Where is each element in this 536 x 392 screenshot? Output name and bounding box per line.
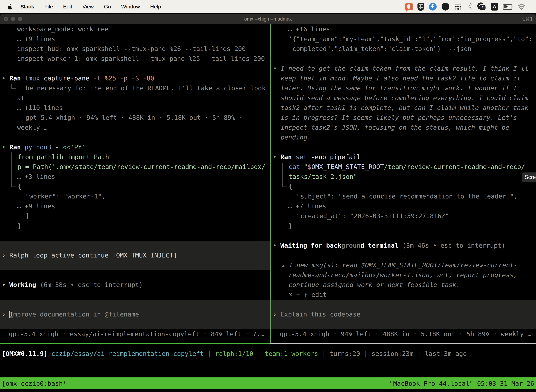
terminal-line: is in progress? It seems likely but perh… <box>271 113 536 123</box>
terminal-text-segment: … +3 lines <box>17 173 55 180</box>
terminal-line <box>0 260 270 270</box>
titlebar[interactable]: omx --xhigh --madmax ⌥⌘1 <box>0 14 536 24</box>
terminal-line: ↳ 1 new msg(s): read $OMX_TEAM_STATE_ROO… <box>271 260 536 270</box>
menubar-item-go[interactable]: Go <box>99 4 116 10</box>
terminal-text-segment: -80 <box>143 75 154 82</box>
terminal-text-segment: team:1 workers <box>265 350 318 357</box>
left-terminal-pane[interactable]: workspace_mode: worktree… +9 linesinspec… <box>0 24 270 343</box>
chat-app-icon[interactable] <box>405 2 413 11</box>
terminal-line <box>271 319 536 329</box>
zoom-button[interactable] <box>18 17 22 21</box>
terminal-text-segment: } <box>289 222 292 229</box>
terminal-text-segment: … +9 lines <box>17 35 55 42</box>
shield-grid-icon[interactable] <box>417 2 424 11</box>
terminal-text-segment: Waiting for back <box>280 242 341 249</box>
terminal-line <box>271 300 536 309</box>
terminal-line: workspace_mode: worktree <box>0 24 270 34</box>
terminal-line: [OMX#0.11.9] cczip/essay/ai-reimplementa… <box>0 349 536 359</box>
terminal-text-segment: • <box>273 242 280 249</box>
terminal-line: cat "$OMX_TEAM_STATE_ROOT/team/review-cu… <box>271 162 536 172</box>
gauge-badge-value: ..61 <box>479 4 486 11</box>
wifi-icon[interactable] <box>517 2 526 11</box>
terminal-text-segment: OMX_TEAM_STATE_ROOT <box>311 163 384 170</box>
terminal-line: • I need to get the claim token from the… <box>271 64 536 73</box>
terminal-text-segment: "subject": "send a concise recommendatio… <box>297 193 517 200</box>
terminal-text-segment <box>48 350 51 357</box>
terminal-line: "worker": "worker-1", <box>0 191 270 201</box>
terminal-text-segment: at <box>17 94 25 102</box>
gauge-badge-icon[interactable]: ..61 <box>477 2 486 11</box>
terminal-text-segment: " <box>304 163 308 170</box>
terminal-line: inspect task2's JSON, focusing on the st… <box>271 123 536 132</box>
terminal-text-segment: [OMX#0.11.9] <box>2 350 48 357</box>
terminal-window: omx --xhigh --madmax ⌥⌘1 workspace_mode:… <box>0 14 536 392</box>
menubar-item-view[interactable]: View <box>77 4 99 10</box>
menubar-item-window[interactable]: Window <box>116 4 145 10</box>
screen-notification[interactable]: Scre <box>522 173 536 182</box>
input-source-icon[interactable]: A <box>491 2 498 11</box>
terminal-text-segment: … +9 lines <box>17 202 55 210</box>
menubar-item-help[interactable]: Help <box>145 4 166 10</box>
terminal-line: … +7 lines <box>271 201 536 211</box>
terminal-text-segment: • <box>2 75 9 82</box>
lightning-circle-icon[interactable] <box>429 2 437 11</box>
terminal-text-segment: should send a message before completing … <box>281 94 528 102</box>
menubar-item-edit[interactable]: Edit <box>58 4 77 10</box>
terminal-line <box>271 250 536 260</box>
terminal-text-segment: '{"team_name":"my-team","task_id":"1","f… <box>289 35 532 42</box>
terminal-text-segment: 'PY' <box>70 144 86 151</box>
terminal-text-segment: groun <box>341 242 360 249</box>
terminal-text-segment: I <box>9 311 13 318</box>
terminal-text-segment: -t <box>93 75 105 82</box>
terminal-text-segment: $ <box>308 163 311 170</box>
terminal-line: "created_at": "2026-03-31T11:59:27.816Z" <box>271 211 536 221</box>
terminal-line: tasks/task-2.json" <box>271 172 536 182</box>
terminal-text-segment: (3m 46s • esc to interrupt) <box>398 242 505 249</box>
terminal-line: • Working (6m 38s • esc to interrupt) <box>0 280 270 290</box>
terminal-line: pending. <box>271 132 536 142</box>
omx-hud-pane[interactable]: [OMX#0.11.9] cczip/essay/ai-reimplementa… <box>0 344 536 378</box>
apple-menu-icon[interactable] <box>6 4 14 10</box>
terminal-line: be necessary for the end of the README. … <box>0 83 270 93</box>
terminal-line: gpt-5.4 xhigh · 94% left · 488K in · 5.1… <box>0 113 270 123</box>
dots-grid-icon[interactable] <box>454 2 462 11</box>
terminal-line: • Waiting for background terminal (3m 46… <box>271 241 536 250</box>
moon-circle-icon[interactable] <box>441 2 450 11</box>
battery-icon[interactable] <box>503 4 513 9</box>
terminal-text-segment: | <box>254 350 265 357</box>
terminal-text-segment: • <box>2 144 9 151</box>
terminal-text-segment: • <box>273 65 281 72</box>
tmux-host-clock: "MacBook-Pro-44.local" 05:03 31-Mar-26 <box>389 380 534 387</box>
menubar-item-slack[interactable]: Slack <box>14 4 39 10</box>
terminal-text-segment: … +7 lines <box>288 202 326 210</box>
squiggle-icon[interactable] <box>467 2 473 11</box>
terminal-text-segment: continue assigned work or next feasible … <box>289 281 460 288</box>
terminal-text-segment: from pathlib import Path <box>18 153 109 160</box>
terminal-line <box>0 64 270 73</box>
terminal-text-segment: -euo pipefail <box>311 153 360 160</box>
terminal-line: should send a message before completing … <box>271 93 536 103</box>
terminal-line: • Ran tmux capture-pane -t %25 -p -S -80 <box>0 73 270 83</box>
terminal-text-segment: Ralph loop active continue [OMX_TMUX_INJ… <box>9 252 177 259</box>
terminal-text-segment: inspect_hud: omx sparkshell --tmux-pane … <box>17 45 246 52</box>
terminal-text-segment: readme-and-reco/mailbox/worker-1.json, a… <box>289 271 517 279</box>
terminal-text-segment: inspect_worker-1: omx sparkshell --tmux-… <box>17 55 265 62</box>
menubar-item-file[interactable]: File <box>39 4 58 10</box>
terminal-text-segment: | <box>204 350 215 357</box>
terminal-line: inspect_hud: omx sparkshell --tmux-pane … <box>0 44 270 54</box>
terminal-text-segment: { <box>18 183 21 190</box>
tmux-status-bar: [omx-cczip0:bash* "MacBook-Pro-44.local"… <box>0 378 536 389</box>
minimize-button[interactable] <box>11 17 15 21</box>
terminal-line: keep that in mind. Maybe I also need the… <box>271 73 536 83</box>
terminal-text-segment: gpt-5.4 xhigh · essay/ai-reimplementatio… <box>9 330 264 338</box>
terminal-text-segment: -S <box>131 75 143 82</box>
terminal-text-segment: | <box>360 350 371 357</box>
window-title: omx --xhigh --madmax <box>244 16 292 22</box>
terminal-text-segment: Ran <box>280 153 296 160</box>
terminal-line: readme-and-reco/mailbox/worker-1.json, a… <box>271 270 536 280</box>
screen-notification-text: Scre <box>525 174 536 180</box>
close-button[interactable] <box>4 17 8 21</box>
terminal-text-segment: ↳ 1 new msg(s): read $OMX_TEAM_STATE_ROO… <box>281 261 517 269</box>
terminal-line: • Ran python3 - <<'PY' <box>0 142 270 152</box>
right-terminal-pane[interactable]: … +16 lines'{"team_name":"my-team","task… <box>271 24 536 343</box>
